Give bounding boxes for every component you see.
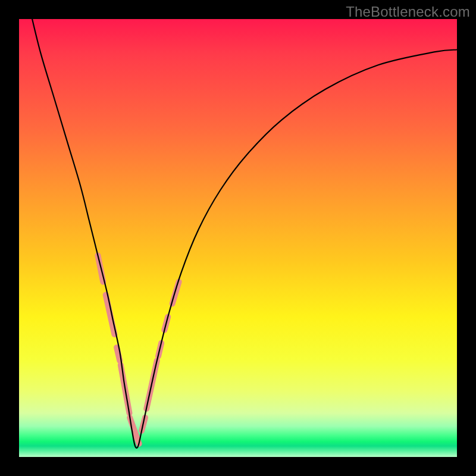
highlight-segment bbox=[130, 418, 139, 444]
bottleneck-curve bbox=[32, 19, 457, 448]
curve-svg bbox=[19, 19, 457, 457]
watermark-text: TheBottleneck.com bbox=[346, 4, 470, 20]
highlight-segments bbox=[98, 255, 179, 444]
plot-area bbox=[19, 19, 457, 457]
outer-black-frame: TheBottleneck.com bbox=[0, 0, 476, 476]
highlight-segment bbox=[173, 282, 179, 304]
highlight-segment bbox=[106, 295, 115, 334]
